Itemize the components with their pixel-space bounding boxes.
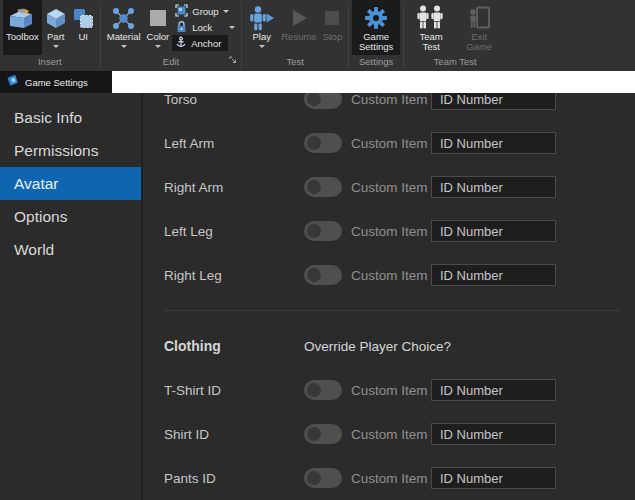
custom-item-label: Custom Item (351, 268, 423, 283)
torso-id-input[interactable] (431, 93, 556, 110)
left-arm-toggle[interactable] (304, 133, 342, 153)
sidebar-item-avatar[interactable]: Avatar (0, 167, 141, 200)
left-leg-id-input[interactable] (431, 220, 556, 242)
ribbon-group-settings: Game Settings Settings (349, 0, 403, 71)
team-test-label: Team Test (410, 32, 452, 52)
toolbox-icon (9, 4, 35, 32)
play-icon (248, 4, 275, 32)
lock-icon (175, 20, 188, 35)
toggle-knob (307, 93, 321, 106)
clothing-heading: Clothing (164, 338, 304, 354)
game-settings-button[interactable]: Game Settings (352, 0, 400, 55)
exit-game-button[interactable]: Exit Game (455, 0, 503, 55)
settings-sidebar: Basic Info Permissions Avatar Options Wo… (0, 93, 143, 500)
ribbon-toolbar: Toolbox Part (0, 0, 635, 71)
material-dropdown-caret (121, 45, 127, 48)
right-leg-toggle[interactable] (304, 265, 342, 285)
right-arm-id-input[interactable] (431, 176, 556, 198)
custom-item-label: Custom Item (351, 224, 423, 239)
custom-item-label: Custom Item (351, 471, 423, 486)
resume-label: Resume (281, 32, 316, 42)
pants-toggle[interactable] (304, 468, 342, 488)
right-arm-toggle[interactable] (304, 177, 342, 197)
row-right-leg: Right Leg Custom Item (143, 253, 635, 297)
toolbox-button[interactable]: Toolbox (3, 0, 42, 55)
row-shirt-id: Shirt ID Custom Item (143, 412, 635, 456)
custom-item-label: Custom Item (351, 383, 423, 398)
gear-icon (363, 4, 389, 32)
ribbon-group-edit: Material Color (101, 0, 242, 71)
toolbox-label: Toolbox (6, 32, 39, 42)
torso-toggle[interactable] (304, 93, 342, 109)
sidebar-item-options[interactable]: Options (0, 200, 141, 233)
toggle-knob (307, 136, 321, 150)
anchor-button[interactable]: Anchor (172, 35, 228, 51)
toggle-knob (307, 180, 321, 194)
left-arm-id-input[interactable] (431, 132, 556, 154)
exit-game-label: Exit Game (458, 32, 500, 52)
color-dropdown-caret (155, 45, 161, 48)
part-label: Part (47, 32, 64, 42)
edit-group-expand-icon[interactable] (229, 50, 237, 68)
game-settings-dialog: Basic Info Permissions Avatar Options Wo… (0, 93, 635, 500)
avatar-settings-panel: Torso Custom Item Left Arm Custom Item R… (143, 93, 635, 500)
row-label: Left Arm (164, 136, 304, 151)
row-pants-id: Pants ID Custom Item (143, 456, 635, 500)
row-label: Torso (164, 93, 304, 107)
row-left-arm: Left Arm Custom Item (143, 121, 635, 165)
custom-item-label: Custom Item (351, 180, 423, 195)
tshirt-toggle[interactable] (304, 380, 342, 400)
studio-logo-icon (6, 73, 19, 91)
stop-button[interactable]: Stop (320, 0, 346, 55)
row-right-arm: Right Arm Custom Item (143, 165, 635, 209)
left-leg-toggle[interactable] (304, 221, 342, 241)
color-swatch-icon (149, 4, 167, 32)
color-button[interactable]: Color (144, 0, 173, 55)
part-button[interactable]: Part (42, 0, 70, 55)
group-label-insert: Insert (0, 55, 100, 71)
lock-label: Lock (192, 22, 212, 33)
material-icon (112, 4, 135, 32)
ribbon-group-team-test: Team Test Exit Game Tea (404, 0, 506, 71)
color-label: Color (147, 32, 170, 42)
resume-button[interactable]: Resume (278, 0, 319, 55)
group-label-settings: Settings (349, 55, 403, 71)
row-label: Pants ID (164, 471, 304, 486)
play-button[interactable]: Play (245, 0, 278, 55)
lock-dropdown-caret (229, 26, 235, 29)
group-label-edit: Edit (101, 55, 242, 71)
play-label: Play (253, 32, 271, 42)
custom-item-label: Custom Item (351, 93, 423, 107)
sidebar-item-world[interactable]: World (0, 233, 141, 266)
lock-button[interactable]: Lock (172, 19, 238, 35)
group-button[interactable]: Group (172, 3, 238, 19)
group-label: Group (192, 6, 218, 17)
resume-icon (288, 4, 310, 32)
row-label: Right Leg (164, 268, 304, 283)
roblox-studio-window: Toolbox Part (0, 0, 635, 500)
document-titlebar: Game Settings (0, 71, 635, 93)
ui-label: UI (79, 32, 89, 42)
game-settings-window-tab[interactable]: Game Settings (0, 71, 112, 93)
sidebar-item-basic-info[interactable]: Basic Info (0, 101, 141, 134)
avatar-settings-scroll-area[interactable]: Torso Custom Item Left Arm Custom Item R… (143, 93, 635, 500)
row-label: Right Arm (164, 180, 304, 195)
toggle-knob (307, 224, 321, 238)
ribbon-group-insert: Toolbox Part (0, 0, 100, 71)
team-test-button[interactable]: Team Test (407, 0, 455, 55)
override-player-choice-label: Override Player Choice? (304, 339, 451, 354)
custom-item-label: Custom Item (351, 427, 423, 442)
row-label: Shirt ID (164, 427, 304, 442)
shirt-toggle[interactable] (304, 424, 342, 444)
material-button[interactable]: Material (104, 0, 144, 55)
game-settings-label: Game Settings (355, 32, 397, 52)
shirt-id-input[interactable] (431, 423, 556, 445)
clothing-section-header: Clothing Override Player Choice? (143, 324, 635, 368)
sidebar-item-permissions[interactable]: Permissions (0, 134, 141, 167)
right-leg-id-input[interactable] (431, 264, 556, 286)
row-torso: Torso Custom Item (143, 93, 635, 121)
pants-id-input[interactable] (431, 467, 556, 489)
tshirt-id-input[interactable] (431, 379, 556, 401)
ui-button[interactable]: UI (70, 0, 97, 55)
row-label: T-Shirt ID (164, 383, 304, 398)
